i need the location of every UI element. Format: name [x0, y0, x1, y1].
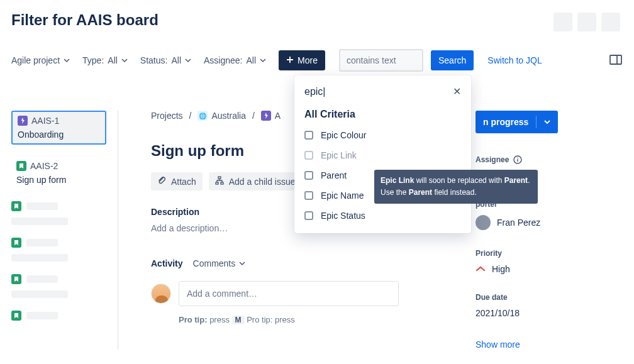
- assignee-label: Assignee: [476, 155, 620, 165]
- status-dropdown[interactable]: n progress: [476, 111, 558, 133]
- tooltip-bold: Parent: [409, 188, 432, 197]
- sidebar-placeholder-item: [11, 201, 106, 225]
- attach-label: Attach: [171, 177, 196, 187]
- breadcrumb-projects[interactable]: Projects: [151, 111, 183, 121]
- sidebar-item-aais-1[interactable]: AAIS-1 Onboarding: [11, 111, 106, 145]
- epic-icon: [261, 111, 271, 121]
- bookmark-icon: [11, 274, 21, 284]
- checkbox-icon: [304, 131, 313, 140]
- epic-icon: [18, 116, 28, 126]
- tooltip-bold: Parent: [504, 176, 528, 185]
- checkbox-icon: [304, 151, 313, 160]
- bookmark-icon: [11, 201, 21, 211]
- pro-tip: Pro tip: press M Pro tip: press: [179, 315, 447, 324]
- breadcrumb-parent[interactable]: 🌐 Australia: [197, 111, 245, 121]
- criteria-item-epic-colour[interactable]: Epic Colour: [294, 125, 471, 145]
- user-avatar-icon: [476, 215, 491, 230]
- search-button[interactable]: Search: [431, 50, 474, 70]
- breadcrumb-issue[interactable]: A: [261, 111, 281, 121]
- header-actions-placeholder: [553, 13, 620, 31]
- svg-rect-3: [216, 182, 218, 184]
- pro-tip-press: press: [209, 315, 230, 324]
- status-filter-label: Status:: [140, 55, 168, 65]
- criteria-item-epic-link[interactable]: Epic Link: [294, 145, 471, 165]
- more-filter-button[interactable]: More: [279, 50, 325, 70]
- sidebar-placeholder-item: [11, 238, 106, 262]
- page-title: Filter for AAIS board: [11, 11, 158, 29]
- attach-button[interactable]: Attach: [151, 172, 203, 190]
- chevron-down-icon: [544, 119, 550, 125]
- criteria-heading: All Criteria: [294, 104, 471, 125]
- svg-rect-4: [221, 182, 223, 184]
- placeholder-line: [26, 239, 58, 246]
- divider: [536, 116, 537, 128]
- close-icon[interactable]: ✕: [453, 85, 461, 97]
- add-child-button[interactable]: Add a child issue: [209, 172, 302, 190]
- comments-tab[interactable]: Comments: [193, 258, 246, 268]
- sidebar-placeholder-item: [11, 311, 106, 321]
- chevron-down-icon: [260, 57, 266, 63]
- checkbox-icon: [304, 211, 313, 220]
- chevron-down-icon: [239, 260, 245, 267]
- chevron-down-icon: [64, 57, 70, 63]
- filter-bar: Agile project Type: All Status: All Assi…: [11, 49, 623, 72]
- issue-key: AAIS-2: [30, 161, 58, 171]
- add-child-label: Add a child issue: [229, 177, 296, 187]
- criteria-item-epic-status[interactable]: Epic Status: [294, 206, 471, 226]
- chevron-down-icon: [121, 57, 128, 63]
- type-filter[interactable]: Type: All: [82, 55, 128, 65]
- assignee-filter-value: All: [247, 55, 257, 65]
- assignee-filter[interactable]: Assignee: All: [204, 55, 266, 65]
- type-filter-value: All: [108, 55, 118, 65]
- svg-rect-2: [218, 177, 221, 179]
- priority-high-icon: [476, 264, 486, 274]
- reporter-value[interactable]: Fran Perez: [476, 215, 620, 230]
- show-more-link[interactable]: Show more: [476, 339, 620, 350]
- type-filter-label: Type:: [82, 55, 104, 65]
- activity-tabs: Activity Comments: [151, 258, 447, 268]
- placeholder-icon: [577, 13, 596, 31]
- contains-text-input[interactable]: [339, 49, 423, 72]
- sidebar-item-aais-2[interactable]: AAIS-2 Sign up form: [11, 157, 106, 189]
- tooltip-text: will soon be replaced with: [414, 176, 504, 185]
- status-filter[interactable]: Status: All: [140, 55, 191, 65]
- issue-title: Onboarding: [18, 130, 100, 140]
- breadcrumb-separator: /: [189, 111, 192, 121]
- bookmark-icon: [11, 238, 21, 248]
- issue-details-panel: n progress Assignee Eva Lion porter Fran…: [476, 111, 620, 350]
- priority-value[interactable]: High: [476, 264, 620, 274]
- checkbox-icon: [304, 171, 313, 180]
- due-date-text: 2021/10/18: [476, 308, 520, 318]
- criteria-label: Epic Name: [321, 190, 364, 201]
- priority-label: Priority: [476, 249, 620, 258]
- svg-rect-7: [518, 159, 518, 162]
- epic-link-tooltip: Epic Link will soon be replaced with Par…: [374, 170, 538, 204]
- criteria-search-input[interactable]: [304, 86, 443, 97]
- placeholder-icon: [553, 13, 572, 31]
- project-filter[interactable]: Agile project: [11, 55, 70, 65]
- user-avatar: [151, 284, 171, 304]
- placeholder-line: [11, 290, 68, 298]
- bookmark-icon: [11, 311, 21, 321]
- comments-label: Comments: [193, 258, 236, 268]
- story-icon: [16, 161, 26, 171]
- comment-input[interactable]: [179, 281, 399, 306]
- svg-rect-0: [610, 55, 621, 64]
- pro-tip-suffix: Pro tip: press: [247, 315, 295, 324]
- activity-label: Activity: [151, 258, 183, 268]
- layout-toggle-icon[interactable]: [609, 53, 623, 69]
- issue-list-sidebar: AAIS-1 Onboarding AAIS-2 Sign up form: [11, 111, 118, 350]
- switch-to-jql-link[interactable]: Switch to JQL: [487, 55, 542, 65]
- project-avatar-icon: 🌐: [197, 111, 208, 121]
- info-icon[interactable]: [513, 155, 523, 165]
- breadcrumb-separator: /: [252, 111, 255, 121]
- placeholder-line: [26, 312, 58, 319]
- criteria-label: Epic Colour: [321, 130, 366, 140]
- placeholder-line: [26, 202, 58, 210]
- sidebar-placeholder-item: [11, 274, 106, 298]
- tree-icon: [215, 176, 224, 187]
- placeholder-line: [11, 254, 68, 262]
- due-date-value[interactable]: 2021/10/18: [476, 308, 620, 318]
- more-filter-label: More: [298, 55, 318, 65]
- plus-icon: [286, 55, 294, 65]
